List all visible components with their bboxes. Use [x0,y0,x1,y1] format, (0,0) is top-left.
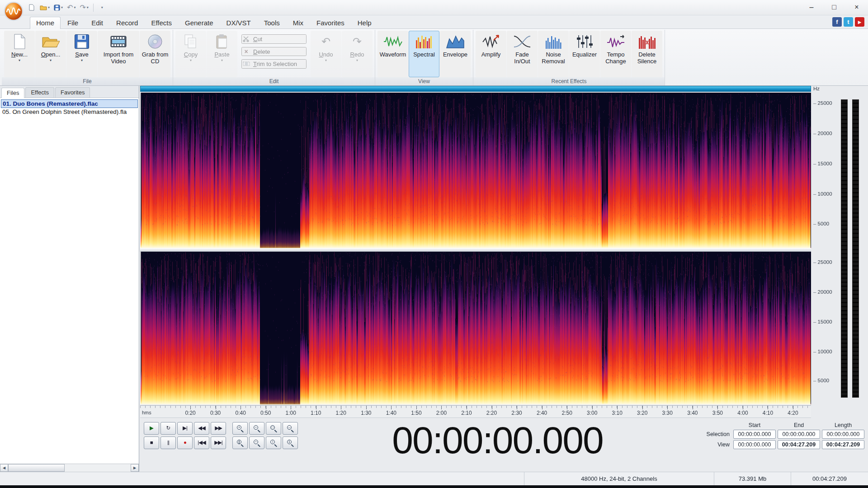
envelope-view-button[interactable]: Envelope [440,31,471,77]
tab-effects[interactable]: Effects [145,17,178,29]
sidebar-tab-effects[interactable]: Effects [25,87,54,98]
zoom-full-button[interactable]: ↔ [283,422,298,435]
tab-favorites[interactable]: Favorites [310,17,351,29]
save-button[interactable]: Save ▾ [66,31,97,77]
sidebar-tab-files[interactable]: Files [1,88,24,98]
play-button[interactable]: ▶ [144,422,159,435]
amplify-button[interactable]: Amplify [476,31,506,77]
close-button[interactable]: × [845,0,868,14]
zoom-selection-button[interactable]: □ [266,422,281,435]
go-to-start-button[interactable]: |◀◀ [194,436,209,449]
zoom-to-selection-button[interactable]: [] [232,436,248,449]
tab-home[interactable]: Home [30,17,61,29]
time-unit-label: hms [142,410,151,415]
minimize-button[interactable]: – [800,0,823,14]
go-to-end-button[interactable]: ▶▶| [211,436,226,449]
time-tick-label: 3:00 [587,410,597,416]
rewind-button[interactable]: ◀◀ [194,422,209,435]
zoom-vertical-icon: ↕ [270,439,278,447]
quick-redo-button[interactable]: ↷ ▾ [78,2,90,14]
selection-end-value[interactable]: 00:00:00.000 [778,430,820,439]
tab-file[interactable]: File [61,17,85,29]
scrollbar-track[interactable] [8,464,131,472]
zoom-vertical-button[interactable]: ↕ [266,436,281,449]
waveform-view-button[interactable]: Waveform [377,31,408,77]
tab-help[interactable]: Help [351,17,378,29]
view-length-value[interactable]: 00:04:27.209 [822,440,864,449]
view-end-value[interactable]: 00:04:27.209 [778,440,820,449]
delete-button[interactable]: × Delete [241,47,307,56]
tab-record[interactable]: Record [110,17,144,29]
scrollbar-thumb[interactable] [8,464,65,472]
tab-edit[interactable]: Edit [85,17,109,29]
pause-button[interactable]: || [160,436,176,449]
magnifier-handle [241,444,243,447]
selection-length-value[interactable]: 00:00:00.000 [822,430,864,439]
time-ruler[interactable]: hms 0:200:300:400:501:001:101:201:301:40… [140,405,811,418]
time-tick-label: 0:40 [235,410,245,416]
paste-button[interactable]: Paste ▾ [207,31,237,77]
import-from-video-button[interactable]: Import from Video [98,31,139,77]
record-button[interactable]: ● [177,436,193,449]
scroll-right-button[interactable]: ▶ [131,464,139,472]
sidebar-tab-favorites[interactable]: Favorites [55,87,90,98]
view-start-value[interactable]: 00:00:00.000 [733,440,776,449]
fade-in-out-button[interactable]: Fade In/Out [507,31,538,77]
undo-button[interactable]: ↶ Undo ▾ [311,31,341,77]
redo-button[interactable]: ↷ Redo ▾ [342,31,373,77]
facebook-icon[interactable]: f [832,17,842,27]
frequency-ruler-spacer [813,248,836,252]
open-button[interactable]: Open... ▾ [35,31,66,77]
tab-tools[interactable]: Tools [258,17,286,29]
quick-save-button[interactable]: ▾ [52,2,64,14]
youtube-icon[interactable]: ▶ [855,17,864,27]
list-item[interactable]: 05. On Green Dolphin Street (Remastered)… [1,108,138,116]
quick-undo-button[interactable]: ↶ ▾ [66,2,77,14]
stop-button[interactable]: ■ [144,436,159,449]
spectrogram-area: Hz 250002000015000100005000 250002000015… [140,86,868,404]
spectral-view-button[interactable]: Spectral [409,31,439,77]
freq-tick-label: 10000 [813,349,832,354]
tab-generate[interactable]: Generate [179,17,220,29]
copy-button[interactable]: Copy ▾ [175,31,206,77]
time-tick-label: 1:00 [286,410,296,416]
magnifier-handle [274,444,277,447]
quick-new-button[interactable] [26,2,37,14]
delete-silence-button[interactable]: Delete Silence [632,31,662,77]
zoom-in-button[interactable]: + [232,422,248,435]
zoom-one-to-one-button[interactable]: 1 [283,436,298,449]
equalizer-button[interactable]: Equalizer [569,31,600,77]
tempo-change-button[interactable]: Tempo Change [600,31,631,77]
play-selection-button[interactable]: ▶| [177,422,193,435]
frequency-labels-channel-1: 250002000015000100005000 [813,93,836,248]
grab-from-cd-button[interactable]: Grab from CD [140,31,170,77]
sidebar-horizontal-scrollbar[interactable]: ◀ ▶ [0,464,139,472]
ruler-tick [216,406,216,409]
spectrogram-channel-2[interactable] [140,252,811,404]
trim-to-selection-button[interactable]: Trim to Selection [241,59,307,69]
freq-tick-label: 5000 [813,378,829,383]
qat-customize-button[interactable]: ▾ [97,2,108,14]
overview-position-bar[interactable] [140,86,811,92]
save-floppy-icon [54,5,60,11]
new-button[interactable]: New... ▾ [4,31,35,77]
noise-removal-button[interactable]: Noise Removal [538,31,569,77]
loop-button[interactable]: ↻ [160,422,176,435]
chevron-down-icon: ▾ [356,59,358,62]
scroll-left-button[interactable]: ◀ [0,464,8,472]
status-file-size: 73.391 Mb [714,472,791,485]
tab-dx-vst[interactable]: DX/VST [220,17,257,29]
title-bar: ▾ ▾ ↶ ▾ ↷ ▾ ▾ – □ × [0,0,868,15]
maximize-button[interactable]: □ [823,0,845,14]
quick-open-button[interactable]: ▾ [38,2,51,14]
cut-button[interactable]: Cut [241,34,307,44]
twitter-icon[interactable]: t [844,17,853,27]
spectrogram-channel-1[interactable] [140,93,811,248]
zoom-out-full-button[interactable]: − [249,436,264,449]
list-item[interactable]: 01. Duo Bones (Remastered).flac [1,99,138,108]
tab-mix[interactable]: Mix [287,17,310,29]
zoom-out-button[interactable]: − [249,422,264,435]
fast-forward-button[interactable]: ▶▶ [211,422,226,435]
app-logo-icon[interactable] [4,1,24,23]
selection-start-value[interactable]: 00:00:00.000 [733,430,776,439]
